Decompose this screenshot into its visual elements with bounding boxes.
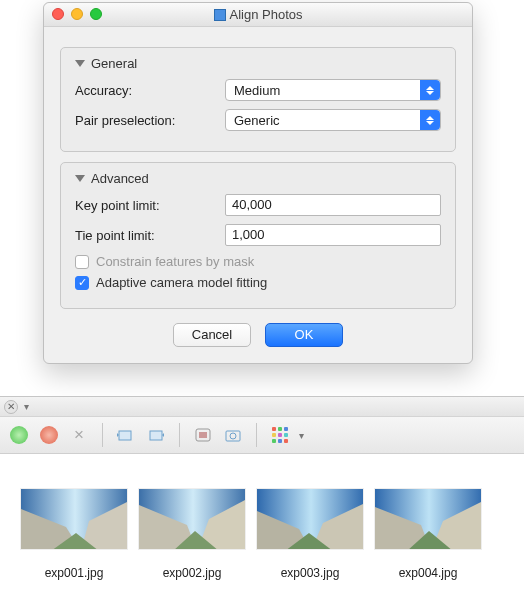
- advanced-header: Advanced: [91, 171, 149, 186]
- window-minimize-button[interactable]: [71, 8, 83, 20]
- thumbnail-image: [256, 488, 364, 550]
- ok-button[interactable]: OK: [265, 323, 343, 347]
- dialog-title: Align Photos: [214, 7, 303, 22]
- rotate-left-icon[interactable]: [115, 424, 137, 446]
- photo-thumbnails: exp001.jpg exp002.jpg exp003.jpg exp004.…: [0, 470, 524, 580]
- photo-thumbnail[interactable]: exp001.jpg: [20, 488, 128, 580]
- key-point-limit-input[interactable]: 40,000: [225, 194, 441, 216]
- photo-thumbnail[interactable]: exp002.jpg: [138, 488, 246, 580]
- svg-rect-0: [119, 431, 131, 440]
- window-zoom-button[interactable]: [90, 8, 102, 20]
- close-panel-icon[interactable]: ✕: [4, 400, 18, 414]
- thumbnail-image: [20, 488, 128, 550]
- disclosure-triangle-icon[interactable]: [75, 175, 85, 182]
- thumbnail-image: [138, 488, 246, 550]
- accuracy-select[interactable]: Medium: [225, 79, 441, 101]
- toolbar-separator: [179, 423, 180, 447]
- file-name: exp002.jpg: [163, 566, 222, 580]
- mask-icon[interactable]: [192, 424, 214, 446]
- file-name: exp001.jpg: [45, 566, 104, 580]
- rotate-right-icon[interactable]: [145, 424, 167, 446]
- advanced-group: Advanced Key point limit: 40,000 Tie poi…: [60, 162, 456, 309]
- tie-point-limit-input[interactable]: 1,000: [225, 224, 441, 246]
- disclosure-triangle-icon[interactable]: [75, 60, 85, 67]
- key-point-limit-label: Key point limit:: [75, 198, 225, 213]
- constrain-features-label: Constrain features by mask: [96, 254, 254, 269]
- remove-icon[interactable]: [38, 424, 60, 446]
- photo-thumbnail[interactable]: exp004.jpg: [374, 488, 482, 580]
- photos-toolbar: × ▾: [0, 416, 524, 454]
- svg-rect-3: [199, 432, 207, 438]
- constrain-features-row[interactable]: Constrain features by mask: [75, 254, 441, 269]
- tie-point-limit-label: Tie point limit:: [75, 228, 225, 243]
- general-header: General: [91, 56, 137, 71]
- chevron-down-icon[interactable]: ▾: [24, 401, 29, 412]
- stepper-caps-icon: [420, 110, 440, 130]
- thumbnail-grid-icon[interactable]: [269, 424, 291, 446]
- photo-thumbnail[interactable]: exp003.jpg: [256, 488, 364, 580]
- titlebar: Align Photos: [44, 3, 472, 27]
- svg-rect-1: [150, 431, 162, 440]
- approve-icon[interactable]: [8, 424, 30, 446]
- panel-header-strip: ✕ ▾: [0, 396, 524, 416]
- delete-icon[interactable]: ×: [68, 424, 90, 446]
- accuracy-label: Accuracy:: [75, 83, 225, 98]
- app-icon: [214, 9, 226, 21]
- stepper-caps-icon: [420, 80, 440, 100]
- pair-preselection-select[interactable]: Generic: [225, 109, 441, 131]
- general-group: General Accuracy: Medium Pair preselecti…: [60, 47, 456, 152]
- file-name: exp004.jpg: [399, 566, 458, 580]
- align-photos-dialog: Align Photos General Accuracy: Medium Pa…: [43, 2, 473, 364]
- chevron-down-icon[interactable]: ▾: [299, 430, 304, 441]
- file-name: exp003.jpg: [281, 566, 340, 580]
- camera-icon[interactable]: [222, 424, 244, 446]
- pair-preselection-label: Pair preselection:: [75, 113, 225, 128]
- adaptive-fitting-row[interactable]: ✓ Adaptive camera model fitting: [75, 275, 441, 290]
- svg-point-5: [230, 433, 236, 439]
- toolbar-separator: [256, 423, 257, 447]
- cancel-button[interactable]: Cancel: [173, 323, 251, 347]
- adaptive-fitting-checkbox[interactable]: ✓: [75, 276, 89, 290]
- thumbnail-image: [374, 488, 482, 550]
- accuracy-value: Medium: [234, 83, 280, 98]
- pair-preselection-value: Generic: [234, 113, 280, 128]
- adaptive-fitting-label: Adaptive camera model fitting: [96, 275, 267, 290]
- window-close-button[interactable]: [52, 8, 64, 20]
- toolbar-separator: [102, 423, 103, 447]
- constrain-features-checkbox[interactable]: [75, 255, 89, 269]
